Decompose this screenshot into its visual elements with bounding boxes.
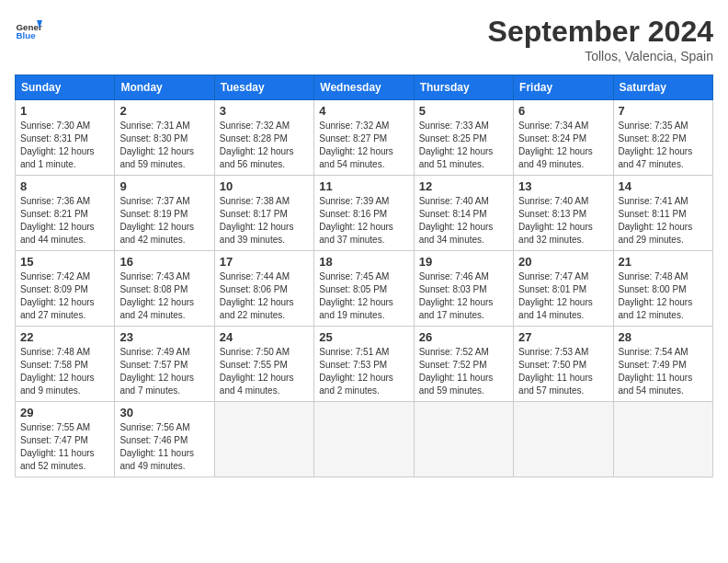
day-info: Sunrise: 7:40 AMSunset: 8:13 PMDaylight:… (518, 196, 593, 245)
day-info: Sunrise: 7:31 AMSunset: 8:30 PMDaylight:… (119, 121, 194, 169)
table-row: 10Sunrise: 7:38 AMSunset: 8:17 PMDayligh… (214, 176, 313, 251)
day-number: 17 (220, 255, 309, 269)
header-row: Sunday Monday Tuesday Wednesday Thursday… (16, 75, 713, 100)
table-row: 28Sunrise: 7:54 AMSunset: 7:49 PMDayligh… (613, 327, 712, 402)
day-info: Sunrise: 7:47 AMSunset: 8:01 PMDaylight:… (518, 271, 593, 320)
table-row: 15Sunrise: 7:42 AMSunset: 8:09 PMDayligh… (16, 251, 115, 327)
table-row (314, 402, 414, 477)
day-number: 28 (619, 330, 708, 344)
day-info: Sunrise: 7:37 AMSunset: 8:19 PMDaylight:… (119, 196, 194, 245)
day-number: 26 (419, 330, 508, 344)
day-number: 8 (20, 179, 109, 193)
day-info: Sunrise: 7:44 AMSunset: 8:06 PMDaylight:… (220, 271, 294, 320)
day-info: Sunrise: 7:32 AMSunset: 8:27 PMDaylight:… (319, 121, 393, 169)
day-info: Sunrise: 7:33 AMSunset: 8:25 PMDaylight:… (419, 121, 494, 169)
table-row (613, 402, 712, 477)
col-friday: Friday (514, 75, 613, 100)
location: Tollos, Valencia, Spain (488, 49, 713, 63)
day-info: Sunrise: 7:41 AMSunset: 8:11 PMDaylight:… (619, 196, 693, 245)
day-info: Sunrise: 7:43 AMSunset: 8:08 PMDaylight:… (119, 271, 194, 320)
table-row: 19Sunrise: 7:46 AMSunset: 8:03 PMDayligh… (414, 251, 513, 327)
svg-text:Blue: Blue (17, 30, 37, 40)
table-row: 25Sunrise: 7:51 AMSunset: 7:53 PMDayligh… (314, 327, 414, 402)
day-info: Sunrise: 7:45 AMSunset: 8:05 PMDaylight:… (319, 271, 393, 320)
table-row: 12Sunrise: 7:40 AMSunset: 8:14 PMDayligh… (414, 176, 513, 251)
table-row: 22Sunrise: 7:48 AMSunset: 7:58 PMDayligh… (16, 327, 115, 402)
col-thursday: Thursday (414, 75, 513, 100)
day-info: Sunrise: 7:50 AMSunset: 7:55 PMDaylight:… (220, 347, 294, 396)
day-number: 7 (619, 104, 708, 118)
day-number: 27 (518, 330, 608, 344)
table-row: 5Sunrise: 7:33 AMSunset: 8:25 PMDaylight… (414, 100, 513, 176)
day-info: Sunrise: 7:40 AMSunset: 8:14 PMDaylight:… (419, 196, 494, 245)
day-number: 19 (419, 255, 508, 269)
col-monday: Monday (115, 75, 214, 100)
day-number: 25 (319, 330, 408, 344)
table-row: 17Sunrise: 7:44 AMSunset: 8:06 PMDayligh… (214, 251, 313, 327)
day-number: 6 (518, 104, 608, 118)
day-info: Sunrise: 7:30 AMSunset: 8:31 PMDaylight:… (20, 121, 95, 169)
day-number: 12 (419, 179, 508, 193)
logo: General Blue (15, 15, 44, 42)
logo-icon: General Blue (15, 15, 42, 42)
day-info: Sunrise: 7:34 AMSunset: 8:24 PMDaylight:… (518, 121, 593, 169)
month-title: September 2024 (488, 15, 713, 49)
day-info: Sunrise: 7:35 AMSunset: 8:22 PMDaylight:… (619, 121, 693, 169)
calendar-week-row: 8Sunrise: 7:36 AMSunset: 8:21 PMDaylight… (16, 176, 713, 251)
calendar-week-row: 15Sunrise: 7:42 AMSunset: 8:09 PMDayligh… (16, 251, 713, 327)
day-number: 4 (319, 104, 408, 118)
day-info: Sunrise: 7:42 AMSunset: 8:09 PMDaylight:… (20, 271, 95, 320)
day-info: Sunrise: 7:39 AMSunset: 8:16 PMDaylight:… (319, 196, 393, 245)
table-row: 9Sunrise: 7:37 AMSunset: 8:19 PMDaylight… (115, 176, 214, 251)
day-number: 30 (119, 406, 209, 419)
day-info: Sunrise: 7:48 AMSunset: 8:00 PMDaylight:… (619, 271, 693, 320)
day-number: 5 (419, 104, 508, 118)
day-info: Sunrise: 7:53 AMSunset: 7:50 PMDaylight:… (518, 347, 593, 396)
col-tuesday: Tuesday (214, 75, 313, 100)
day-info: Sunrise: 7:52 AMSunset: 7:52 PMDaylight:… (419, 347, 494, 396)
day-number: 11 (319, 179, 408, 193)
table-row (414, 402, 513, 477)
table-row: 21Sunrise: 7:48 AMSunset: 8:00 PMDayligh… (613, 251, 712, 327)
day-number: 14 (619, 179, 708, 193)
day-number: 1 (20, 104, 109, 118)
table-row: 4Sunrise: 7:32 AMSunset: 8:27 PMDaylight… (314, 100, 414, 176)
day-number: 10 (220, 179, 309, 193)
table-row: 18Sunrise: 7:45 AMSunset: 8:05 PMDayligh… (314, 251, 414, 327)
col-saturday: Saturday (613, 75, 712, 100)
day-number: 20 (518, 255, 608, 269)
calendar-week-row: 1Sunrise: 7:30 AMSunset: 8:31 PMDaylight… (16, 100, 713, 176)
day-info: Sunrise: 7:36 AMSunset: 8:21 PMDaylight:… (20, 196, 95, 245)
day-info: Sunrise: 7:51 AMSunset: 7:53 PMDaylight:… (319, 347, 393, 396)
day-number: 23 (119, 330, 209, 344)
day-number: 3 (220, 104, 309, 118)
page-header: General Blue September 2024 Tollos, Vale… (15, 15, 713, 63)
day-number: 29 (20, 406, 109, 419)
table-row: 27Sunrise: 7:53 AMSunset: 7:50 PMDayligh… (514, 327, 613, 402)
table-row: 16Sunrise: 7:43 AMSunset: 8:08 PMDayligh… (115, 251, 214, 327)
table-row (514, 402, 613, 477)
table-row: 24Sunrise: 7:50 AMSunset: 7:55 PMDayligh… (214, 327, 313, 402)
day-info: Sunrise: 7:55 AMSunset: 7:47 PMDaylight:… (20, 422, 95, 471)
day-number: 2 (119, 104, 209, 118)
table-row: 20Sunrise: 7:47 AMSunset: 8:01 PMDayligh… (514, 251, 613, 327)
calendar-week-row: 29Sunrise: 7:55 AMSunset: 7:47 PMDayligh… (16, 402, 713, 477)
table-row: 8Sunrise: 7:36 AMSunset: 8:21 PMDaylight… (16, 176, 115, 251)
day-number: 15 (20, 255, 109, 269)
table-row: 30Sunrise: 7:56 AMSunset: 7:46 PMDayligh… (115, 402, 214, 477)
table-row: 23Sunrise: 7:49 AMSunset: 7:57 PMDayligh… (115, 327, 214, 402)
calendar-table: Sunday Monday Tuesday Wednesday Thursday… (15, 75, 713, 477)
day-info: Sunrise: 7:49 AMSunset: 7:57 PMDaylight:… (119, 347, 194, 396)
day-number: 22 (20, 330, 109, 344)
day-number: 18 (319, 255, 408, 269)
day-number: 21 (619, 255, 708, 269)
day-info: Sunrise: 7:38 AMSunset: 8:17 PMDaylight:… (220, 196, 294, 245)
col-sunday: Sunday (16, 75, 115, 100)
day-number: 24 (220, 330, 309, 344)
day-info: Sunrise: 7:54 AMSunset: 7:49 PMDaylight:… (619, 347, 693, 396)
day-number: 16 (119, 255, 209, 269)
col-wednesday: Wednesday (314, 75, 414, 100)
table-row: 7Sunrise: 7:35 AMSunset: 8:22 PMDaylight… (613, 100, 712, 176)
table-row: 2Sunrise: 7:31 AMSunset: 8:30 PMDaylight… (115, 100, 214, 176)
table-row: 6Sunrise: 7:34 AMSunset: 8:24 PMDaylight… (514, 100, 613, 176)
